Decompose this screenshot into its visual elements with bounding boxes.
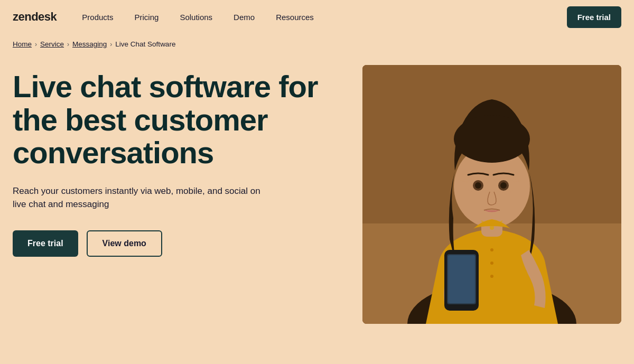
breadcrumb-home[interactable]: Home	[13, 40, 32, 48]
svg-point-21	[490, 262, 493, 265]
hero-title: Live chat software for the best customer…	[13, 70, 341, 170]
svg-point-22	[490, 275, 493, 278]
hero-left: Live chat software for the best customer…	[13, 65, 362, 361]
breadcrumb: Home › Service › Messaging › Live Chat S…	[0, 34, 634, 54]
main-nav: Products Pricing Solutions Demo Resource…	[82, 13, 566, 22]
svg-point-6	[454, 115, 530, 163]
svg-point-9	[475, 182, 481, 189]
svg-rect-18	[448, 255, 475, 303]
view-demo-button[interactable]: View demo	[87, 230, 162, 257]
site-header: zendesk Products Pricing Solutions Demo …	[0, 0, 634, 34]
svg-point-20	[490, 248, 493, 251]
svg-point-12	[500, 182, 507, 189]
nav-solutions[interactable]: Solutions	[180, 13, 212, 22]
cta-buttons: Free trial View demo	[13, 230, 341, 257]
hero-subtitle: Reach your customers instantly via web, …	[13, 184, 266, 211]
nav-pricing[interactable]: Pricing	[135, 13, 159, 22]
header-free-trial-button[interactable]: Free trial	[567, 6, 621, 28]
nav-demo[interactable]: Demo	[234, 13, 255, 22]
hero-right	[362, 65, 621, 361]
svg-point-19	[490, 226, 494, 230]
main-content: Live chat software for the best customer…	[0, 54, 634, 361]
breadcrumb-separator-1: ›	[35, 41, 37, 48]
nav-resources[interactable]: Resources	[276, 13, 314, 22]
breadcrumb-service[interactable]: Service	[40, 40, 64, 48]
hero-image	[362, 65, 621, 324]
breadcrumb-current: Live Chat Software	[115, 40, 175, 48]
breadcrumb-messaging[interactable]: Messaging	[72, 40, 107, 48]
breadcrumb-separator-3: ›	[110, 41, 112, 48]
nav-products[interactable]: Products	[82, 13, 113, 22]
breadcrumb-separator-2: ›	[67, 41, 69, 48]
hero-illustration	[362, 65, 621, 324]
logo[interactable]: zendesk	[13, 10, 57, 24]
main-free-trial-button[interactable]: Free trial	[13, 230, 78, 257]
